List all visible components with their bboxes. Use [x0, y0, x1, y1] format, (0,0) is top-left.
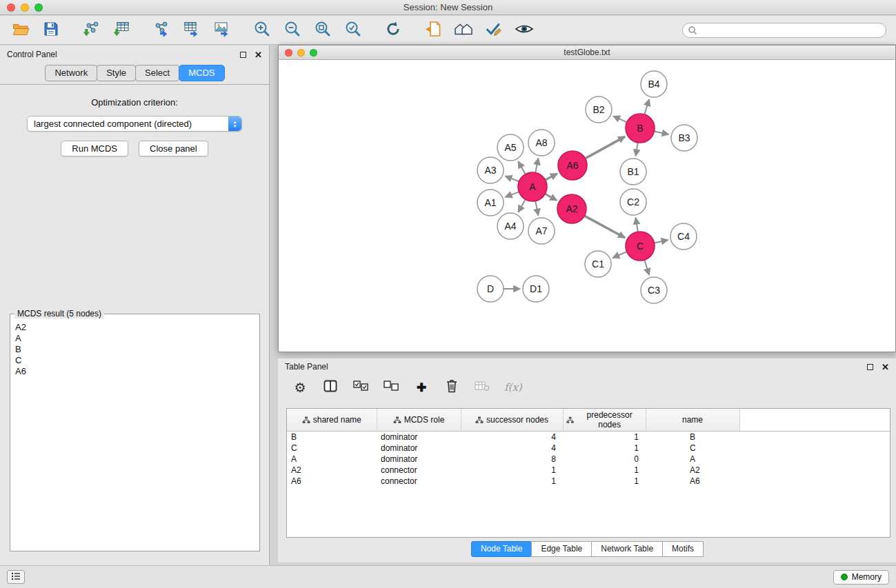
apply-layout-button[interactable] [382, 19, 404, 41]
table-cell[interactable]: A [646, 454, 739, 465]
table-row[interactable]: Cdominator41C [287, 443, 890, 454]
graph-node-C[interactable]: C [626, 232, 655, 261]
edge-A-A3[interactable] [505, 176, 519, 181]
result-item[interactable]: A6 [15, 366, 255, 377]
task-history-button[interactable] [7, 570, 25, 584]
table-cell[interactable]: A6 [287, 476, 377, 487]
export-table-button[interactable] [181, 19, 203, 41]
table-cell[interactable]: C [287, 443, 377, 454]
table-row[interactable]: A6connector11A6 [287, 476, 890, 487]
table-row[interactable]: Bdominator41B [287, 432, 890, 443]
network-minimize-button[interactable] [297, 49, 305, 57]
deselect-all-button[interactable] [383, 379, 399, 396]
column-header-mcds-role[interactable]: MCDS role [377, 409, 461, 432]
edge-A2-C[interactable] [584, 216, 625, 238]
column-header-predecessor-nodes[interactable]: predecessor nodes [563, 409, 646, 432]
graph-node-B2[interactable]: B2 [586, 97, 612, 123]
table-cell[interactable]: C [646, 443, 739, 454]
annotation-check-button[interactable] [483, 19, 505, 41]
graph-node-C4[interactable]: C4 [670, 223, 697, 250]
criterion-dropdown[interactable]: largest connected component (directed) ▲… [27, 116, 242, 132]
close-panel-button[interactable]: Close panel [139, 141, 208, 156]
table-cell[interactable]: A2 [646, 465, 739, 476]
graph-node-A6[interactable]: A6 [558, 151, 587, 180]
select-all-button[interactable] [352, 379, 369, 396]
graph-node-B1[interactable]: B1 [620, 159, 646, 185]
table-cell[interactable]: 1 [563, 465, 646, 476]
graph-node-A8[interactable]: A8 [528, 130, 555, 156]
table-row[interactable]: Adominator80A [287, 454, 890, 465]
table-cell[interactable]: 1 [461, 465, 563, 476]
table-cell[interactable]: 8 [461, 454, 563, 465]
import-network-button[interactable] [80, 19, 102, 41]
table-cell[interactable]: 4 [461, 432, 563, 443]
graph-node-D[interactable]: D [477, 276, 504, 302]
graph-node-A2[interactable]: A2 [557, 194, 586, 223]
run-mcds-button[interactable]: Run MCDS [61, 141, 128, 156]
edge-B-B2[interactable] [613, 116, 627, 122]
zoom-fit-button[interactable] [312, 19, 334, 41]
network-close-button[interactable] [285, 49, 292, 57]
close-window-button[interactable] [7, 3, 15, 12]
graph-node-A4[interactable]: A4 [497, 213, 524, 239]
table-cell[interactable]: A2 [287, 465, 377, 476]
result-item[interactable]: C [15, 355, 255, 366]
graph-node-C3[interactable]: C3 [641, 277, 667, 303]
tab-edge-table[interactable]: Edge Table [531, 541, 592, 557]
table-close-panel-icon[interactable]: ✕ [882, 363, 889, 372]
table-cell[interactable]: B [287, 432, 377, 443]
tab-style[interactable]: Style [97, 65, 136, 81]
graph-node-A7[interactable]: A7 [528, 218, 555, 244]
table-cell[interactable]: B [646, 432, 739, 443]
table-cell[interactable]: 4 [461, 443, 563, 454]
edge-A-A7[interactable] [535, 201, 538, 216]
edge-C-C4[interactable] [655, 240, 668, 243]
table-cell[interactable]: 1 [563, 432, 646, 443]
edge-B-B3[interactable] [655, 132, 669, 135]
edge-C-C1[interactable] [613, 252, 627, 258]
tab-network[interactable]: Network [45, 65, 97, 81]
graph-node-B3[interactable]: B3 [671, 125, 697, 151]
graph-node-D1[interactable]: D1 [523, 276, 549, 302]
show-hide-button[interactable] [513, 19, 535, 41]
function-builder-button[interactable]: f(x) [504, 379, 522, 396]
edge-A-A1[interactable] [506, 192, 519, 197]
delete-column-button[interactable] [444, 379, 460, 396]
edge-B-B4[interactable] [644, 99, 649, 114]
edge-A6-B[interactable] [585, 136, 625, 159]
graph-node-C1[interactable]: C1 [585, 251, 611, 277]
column-header-successor-nodes[interactable]: successor nodes [461, 409, 563, 432]
import-table-button[interactable] [110, 19, 132, 41]
graph-node-A5[interactable]: A5 [497, 134, 524, 161]
table-cell[interactable]: dominator [377, 432, 461, 443]
tab-mcds[interactable]: MCDS [179, 65, 224, 81]
add-column-button[interactable]: ✚ [413, 379, 430, 396]
network-maximize-button[interactable] [310, 49, 317, 57]
edge-C-C3[interactable] [644, 260, 649, 275]
edge-A-A5[interactable] [518, 161, 525, 174]
memory-button[interactable]: Memory [833, 570, 889, 585]
table-cell[interactable]: 1 [563, 443, 646, 454]
table-row[interactable]: A2connector11A2 [287, 465, 890, 476]
delete-table-button[interactable] [474, 379, 490, 396]
first-neighbors-button[interactable] [422, 19, 444, 41]
tab-motifs[interactable]: Motifs [662, 541, 704, 557]
tab-select[interactable]: Select [135, 65, 179, 81]
edge-A-A6[interactable] [546, 174, 558, 180]
table-float-panel-icon[interactable] [867, 364, 873, 370]
edge-A-A8[interactable] [535, 159, 538, 173]
zoom-in-button[interactable] [251, 19, 273, 41]
network-canvas[interactable]: B4B2BB3A5A8A6B1A3AC2A1A2A4A7C4CC1C3DD1 [279, 61, 895, 352]
table-cell[interactable]: connector [377, 476, 461, 487]
table-cell[interactable]: 1 [563, 476, 646, 487]
save-session-button[interactable] [40, 19, 62, 41]
table-cell[interactable]: dominator [377, 454, 461, 465]
column-header-shared-name[interactable]: shared name [287, 409, 377, 432]
close-panel-icon[interactable]: ✕ [255, 50, 262, 59]
open-session-button[interactable] [10, 19, 32, 41]
table-cell[interactable]: A [287, 454, 377, 465]
graph-node-A1[interactable]: A1 [477, 190, 504, 216]
table-cell[interactable]: dominator [377, 443, 461, 454]
table-cell[interactable]: 1 [461, 476, 563, 487]
graph-node-C2[interactable]: C2 [620, 189, 646, 215]
